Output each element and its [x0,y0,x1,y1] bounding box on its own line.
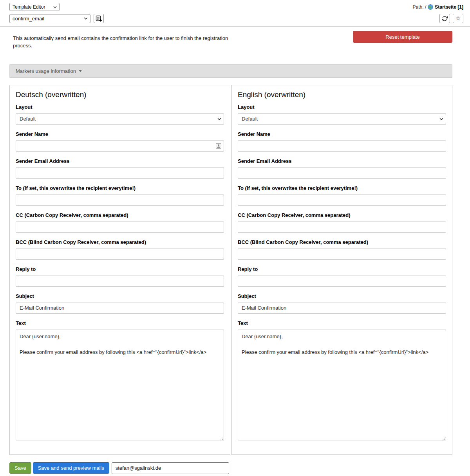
field-label-bcc: BCC (Blind Carbon Copy Receiver, comma s… [238,239,446,245]
de-cc-input[interactable] [16,222,224,233]
de-layout-select[interactable]: Default [16,114,224,124]
module-select-control[interactable]: Template Editor [9,3,60,11]
en-bcc-input[interactable] [238,249,446,260]
field-subject: Subject [238,293,446,314]
de-subject-input[interactable] [16,303,224,314]
panel-title-german: Deutsch (overwritten) [16,90,224,99]
field-label-subject: Subject [16,293,224,299]
field-label-sender-name: Sender Name [238,131,446,137]
field-label-sender-name: Sender Name [16,131,224,137]
path-label: Path: / [413,4,427,10]
field-label-subject: Subject [238,293,446,299]
field-layout: Layout Default [16,104,224,124]
field-cc: CC (Carbon Copy Receiver, comma separate… [238,212,446,233]
page-link[interactable]: Startseite [1] [428,4,463,10]
bookmark-button[interactable]: ☆ [453,14,463,23]
de-bcc-input[interactable] [16,249,224,260]
language-columns: Deutsch (overwritten) Layout Default Sen… [9,85,452,455]
de-reply-to-input[interactable] [16,276,224,287]
en-reply-to-input[interactable] [238,276,446,287]
intro-row: This automatically send email contains t… [9,31,452,50]
footer-actions: Save Save and send preview mails [9,462,452,474]
field-label-sender-email: Sender Email Address [238,158,446,164]
field-layout: Layout Default [238,104,446,124]
module-select[interactable]: Template Editor [9,3,60,11]
field-label-to: To (If set, this overwrites the recipien… [16,185,224,191]
reset-template-button[interactable]: Reset template [353,31,452,43]
field-label-text: Text [16,320,224,326]
star-icon: ☆ [455,15,461,22]
page-title: Startseite [1] [435,4,463,10]
refresh-icon [442,16,448,22]
field-label-layout: Layout [16,104,224,110]
de-text-textarea[interactable]: Dear {user.name}, Please confirm your em… [16,330,224,440]
panel-title-english: English (overwritten) [238,90,446,99]
field-text: Text Dear {user.name}, Please confirm yo… [16,320,224,442]
markers-usage-label: Markers usage information [16,68,76,74]
en-layout-select[interactable]: Default [238,114,446,124]
field-label-bcc: BCC (Blind Carbon Copy Receiver, comma s… [16,239,224,245]
field-sender-name: Sender Name [238,131,446,151]
field-sender-name: Sender Name [16,131,224,151]
field-cc: CC (Carbon Copy Receiver, comma separate… [16,212,224,233]
markers-usage-panel-toggle[interactable]: Markers usage information [9,64,452,78]
globe-icon [428,4,433,10]
en-text-textarea[interactable]: Dear {user.name}, Please confirm your em… [238,330,446,440]
new-record-button[interactable] [94,14,104,23]
field-bcc: BCC (Blind Carbon Copy Receiver, comma s… [16,239,224,260]
field-reply-to: Reply to [238,266,446,287]
en-to-input[interactable] [238,195,446,206]
en-layout-select-control[interactable]: Default [238,114,446,124]
de-sender-email-input[interactable] [16,168,224,178]
breadcrumb: Path: / Startseite [1] [413,4,463,10]
field-label-cc: CC (Carbon Copy Receiver, comma separate… [16,212,224,218]
de-sender-name-input[interactable] [16,141,224,151]
field-label-to: To (If set, this overwrites the recipien… [238,185,446,191]
field-label-reply-to: Reply to [238,266,446,272]
module-header: Template Editor Path: / Startseite [1] [0,0,470,27]
de-to-input[interactable] [16,195,224,206]
template-select[interactable]: confirm_email [9,14,90,23]
field-reply-to: Reply to [16,266,224,287]
field-label-layout: Layout [238,104,446,110]
de-layout-select-control[interactable]: Default [16,114,224,124]
field-label-cc: CC (Carbon Copy Receiver, comma separate… [238,212,446,218]
en-subject-input[interactable] [238,303,446,314]
field-text: Text Dear {user.name}, Please confirm yo… [238,320,446,442]
field-to: To (If set, this overwrites the recipien… [238,185,446,206]
field-label-sender-email: Sender Email Address [16,158,224,164]
template-select-control[interactable]: confirm_email [9,14,90,23]
new-record-icon [96,15,102,22]
field-sender-email: Sender Email Address [238,158,446,178]
field-to: To (If set, this overwrites the recipien… [16,185,224,206]
en-sender-email-input[interactable] [238,168,446,178]
field-label-text: Text [238,320,446,326]
field-sender-email: Sender Email Address [16,158,224,178]
module-body: This automatically send email contains t… [0,31,470,474]
preview-email-input[interactable] [112,462,229,474]
refresh-button[interactable] [439,14,450,23]
caret-down-icon [79,70,82,72]
en-sender-name-input[interactable] [238,141,446,151]
en-cc-input[interactable] [238,222,446,233]
save-button[interactable]: Save [9,462,31,474]
panel-german: Deutsch (overwritten) Layout Default Sen… [9,85,230,455]
field-label-reply-to: Reply to [16,266,224,272]
field-subject: Subject [16,293,224,314]
field-bcc: BCC (Blind Carbon Copy Receiver, comma s… [238,239,446,260]
panel-english: English (overwritten) Layout Default Sen… [231,85,452,455]
template-description: This automatically send email contains t… [13,31,232,50]
save-and-preview-button[interactable]: Save and send preview mails [33,462,109,474]
